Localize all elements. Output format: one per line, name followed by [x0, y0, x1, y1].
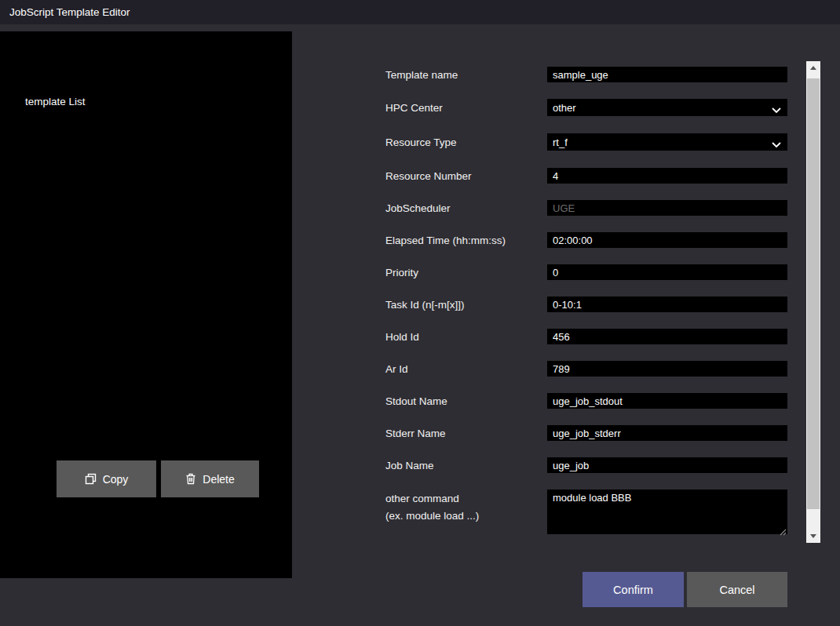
form-row-template-name: Template name [0, 66, 840, 83]
form-row-job-name: Job Name [0, 457, 840, 474]
field-label: Stderr Name [385, 424, 446, 442]
field-label: Job Name [385, 457, 434, 474]
field-label: JobScheduler [385, 199, 451, 217]
form-row-priority: Priority [0, 264, 840, 281]
copy-button-label: Copy [103, 473, 129, 486]
form-row-other-command: other command (ex. module load ...) modu… [0, 490, 840, 534]
field-label: Resource Type [385, 133, 457, 151]
job-name-input[interactable] [547, 457, 787, 473]
form-row-hold-id: Hold Id [0, 328, 840, 345]
jobscript-template-editor-window: { "window": { "title": "JobScript Templa… [0, 0, 840, 626]
arrow-up-icon [810, 66, 816, 70]
scrollbar-up-button[interactable] [806, 61, 820, 75]
stdout-name-input[interactable] [547, 393, 787, 409]
form-row-stderr-name: Stderr Name [0, 424, 840, 442]
chevron-down-icon [772, 104, 781, 116]
select-value: other [553, 102, 576, 114]
field-label: Task Id (n[-m[x]]) [385, 296, 465, 313]
other-command-textarea[interactable]: module load BBB [547, 490, 787, 534]
field-label: Resource Number [385, 167, 472, 184]
field-label: other command (ex. module load ...) [385, 490, 479, 524]
form-row-elapsed-time: Elapsed Time (hh:mm:ss) [0, 231, 840, 249]
cancel-button[interactable]: Cancel [687, 572, 787, 607]
template-name-input[interactable] [547, 67, 787, 82]
form-row-resource-number: Resource Number [0, 167, 840, 184]
resource-type-select[interactable]: rt_f [547, 133, 787, 151]
hold-id-input[interactable] [547, 329, 787, 344]
field-label: Ar Id [385, 360, 408, 377]
form-row-ar-id: Ar Id [0, 360, 840, 377]
jobscheduler-input [547, 200, 787, 216]
copy-icon [85, 473, 97, 485]
chevron-down-icon [772, 139, 781, 151]
stderr-name-input[interactable] [547, 425, 787, 441]
elapsed-time-input[interactable] [547, 232, 787, 248]
field-label: Priority [385, 264, 418, 281]
field-label: HPC Center [385, 99, 443, 116]
task-id-input[interactable] [547, 297, 787, 312]
form-row-stdout-name: Stdout Name [0, 392, 840, 409]
select-value: rt_f [553, 136, 568, 148]
scrollbar-down-button[interactable] [806, 530, 820, 543]
form-row-jobscheduler: JobScheduler [0, 199, 840, 217]
form-row-task-id: Task Id (n[-m[x]]) [0, 296, 840, 313]
ar-id-input[interactable] [547, 361, 787, 377]
priority-input[interactable] [547, 264, 787, 280]
confirm-button[interactable]: Confirm [583, 572, 684, 607]
arrow-down-icon [810, 534, 816, 538]
field-label: Stdout Name [385, 392, 447, 409]
scrollbar-thumb[interactable] [807, 78, 820, 509]
form-row-resource-type: Resource Type rt_f [0, 133, 840, 151]
form-row-hpc-center: HPC Center other [0, 99, 840, 116]
titlebar: JobScript Template Editor [0, 0, 840, 24]
delete-button-label: Delete [203, 473, 234, 486]
scrollbar[interactable] [806, 61, 820, 543]
trash-icon [185, 473, 196, 485]
field-label: Template name [385, 66, 458, 83]
resource-number-input[interactable] [547, 168, 787, 184]
field-label: Elapsed Time (hh:mm:ss) [385, 231, 506, 249]
field-label: Hold Id [385, 328, 419, 345]
window-title: JobScript Template Editor [9, 6, 130, 18]
hpc-center-select[interactable]: other [547, 99, 787, 116]
